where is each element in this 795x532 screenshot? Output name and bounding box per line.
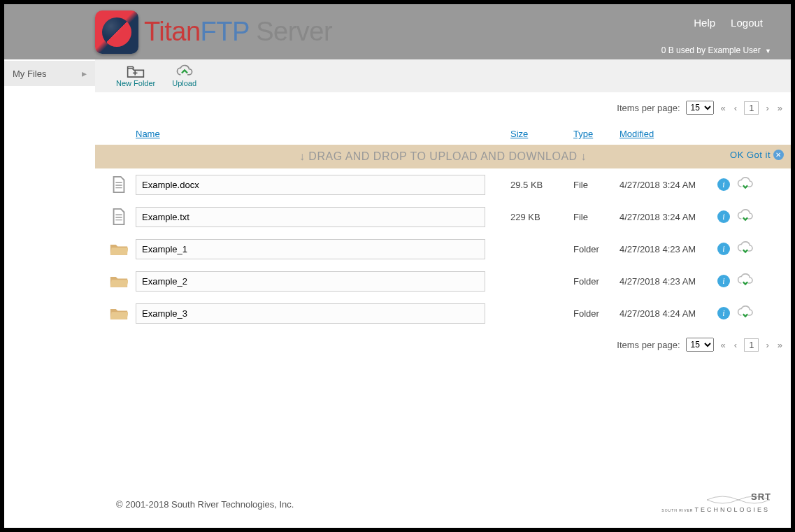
type-cell: Folder (573, 276, 619, 287)
usage-info[interactable]: 0 B used by Example User ▼ (661, 45, 771, 55)
folder-icon[interactable] (102, 240, 136, 258)
pagination-top: Items per page: 15 « ‹ 1 › » (95, 92, 791, 123)
modified-cell: 4/27/2018 4:23 AM (619, 244, 717, 254)
close-icon: ✕ (773, 150, 784, 160)
chevron-right-icon: ▸ (82, 68, 87, 79)
main-panel: New Folder Upload Items per page: 15 « ‹… (95, 59, 791, 528)
pagination-bottom: Items per page: 15 « ‹ 1 › » (95, 329, 791, 360)
type-cell: File (573, 212, 619, 222)
footer: © 2001-2018 South River Technologies, In… (95, 487, 791, 528)
page-number: 1 (744, 101, 759, 115)
new-folder-label: New Folder (116, 79, 155, 87)
page-last-button[interactable]: » (776, 103, 784, 113)
page-next-button[interactable]: › (764, 340, 770, 350)
info-button[interactable]: i (717, 243, 730, 255)
logo-text: TitanFTP Server (144, 17, 332, 47)
brand-ftp: FTP (201, 17, 250, 46)
logo-icon (95, 10, 138, 54)
srt-text: SRT (751, 492, 771, 502)
info-button[interactable]: i (717, 275, 730, 287)
table-row: Folder4/27/2018 4:23 AMi (95, 233, 791, 265)
sidebar-item-my-files[interactable]: My Files ▸ (4, 61, 95, 86)
drag-drop-banner: ↓ DRAG AND DROP TO UPLOAD AND DOWNLOAD ↓… (95, 145, 791, 168)
info-button[interactable]: i (717, 178, 730, 191)
table-row: 29.5 KBFile4/27/2018 3:24 AMi (95, 168, 791, 201)
col-name[interactable]: Name (136, 129, 510, 139)
brand-titan: Titan (144, 17, 201, 46)
items-per-page-label: Items per page: (617, 103, 680, 113)
table-row: 229 KBFile4/27/2018 3:24 AMi (95, 201, 791, 233)
file-table: Name Size Type Modified ↓ DRAG AND DROP … (95, 123, 791, 329)
page-prev-button[interactable]: ‹ (733, 103, 738, 113)
user-menu-caret-icon: ▼ (765, 48, 771, 55)
items-per-page-label: Items per page: (617, 340, 680, 350)
table-header: Name Size Type Modified (95, 123, 791, 145)
items-per-page-select[interactable]: 15 (686, 101, 714, 115)
banner-text: ↓ DRAG AND DROP TO UPLOAD AND DOWNLOAD ↓ (299, 150, 587, 162)
user-name: Example User (708, 45, 760, 55)
copyright: © 2001-2018 South River Technologies, In… (116, 499, 294, 510)
type-cell: File (573, 180, 619, 190)
items-per-page-select[interactable]: 15 (686, 338, 714, 352)
modified-cell: 4/27/2018 3:24 AM (619, 180, 717, 190)
type-cell: Folder (573, 308, 619, 319)
logo: TitanFTP Server (95, 10, 332, 54)
page-next-button[interactable]: › (764, 103, 770, 113)
my-files-label: My Files (13, 69, 46, 79)
help-link[interactable]: Help (694, 17, 715, 29)
page-first-button[interactable]: « (719, 103, 727, 113)
modified-cell: 4/27/2018 3:24 AM (619, 212, 717, 222)
filename-input[interactable] (136, 239, 485, 259)
modified-cell: 4/27/2018 4:23 AM (619, 276, 717, 287)
page-number: 1 (744, 338, 759, 352)
download-button[interactable] (737, 176, 754, 194)
table-row: Folder4/27/2018 4:23 AMi (95, 265, 791, 297)
page-prev-button[interactable]: ‹ (733, 340, 738, 350)
srt-logo: SRT SOUTH RIVERTECHNOLOGIES (661, 495, 770, 514)
col-type[interactable]: Type (573, 129, 619, 139)
sidebar: My Files ▸ (4, 59, 95, 528)
banner-dismiss[interactable]: OK Got it ✕ (730, 150, 784, 160)
modified-cell: 4/27/2018 4:24 AM (619, 308, 717, 319)
filename-input[interactable] (136, 175, 485, 195)
type-cell: Folder (573, 244, 619, 254)
logout-link[interactable]: Logout (731, 17, 763, 29)
filename-input[interactable] (136, 271, 485, 292)
header-links: Help Logout (694, 17, 763, 29)
download-button[interactable] (737, 273, 754, 290)
svg-rect-1 (133, 73, 138, 74)
brand-server: Server (249, 17, 332, 46)
new-folder-button[interactable]: New Folder (116, 64, 155, 87)
toolbar: New Folder Upload (95, 59, 791, 92)
size-cell: 29.5 KB (510, 180, 573, 190)
page-first-button[interactable]: « (719, 340, 727, 350)
filename-input[interactable] (136, 303, 485, 324)
filename-input[interactable] (136, 207, 485, 227)
info-button[interactable]: i (717, 210, 730, 223)
upload-button[interactable]: Upload (172, 64, 196, 87)
folder-icon[interactable] (102, 304, 136, 322)
upload-cloud-icon (176, 64, 194, 78)
folder-icon[interactable] (102, 272, 136, 290)
new-folder-icon (127, 64, 145, 78)
banner-ok-label: OK Got it (730, 150, 771, 160)
usage-text: 0 B used by (661, 45, 706, 55)
srt-tech: TECHNOLOGIES (694, 506, 770, 513)
header: TitanFTP Server Help Logout 0 B used by … (4, 4, 791, 59)
size-cell: 229 KB (510, 212, 573, 222)
table-row: Folder4/27/2018 4:24 AMi (95, 297, 791, 329)
file-icon[interactable] (102, 208, 136, 226)
download-button[interactable] (737, 208, 754, 226)
download-button[interactable] (737, 305, 754, 322)
info-button[interactable]: i (717, 307, 730, 319)
col-modified[interactable]: Modified (619, 129, 717, 139)
download-button[interactable] (737, 240, 754, 258)
page-last-button[interactable]: » (776, 340, 784, 350)
upload-label: Upload (172, 79, 196, 87)
col-size[interactable]: Size (510, 129, 573, 139)
file-icon[interactable] (102, 175, 136, 194)
